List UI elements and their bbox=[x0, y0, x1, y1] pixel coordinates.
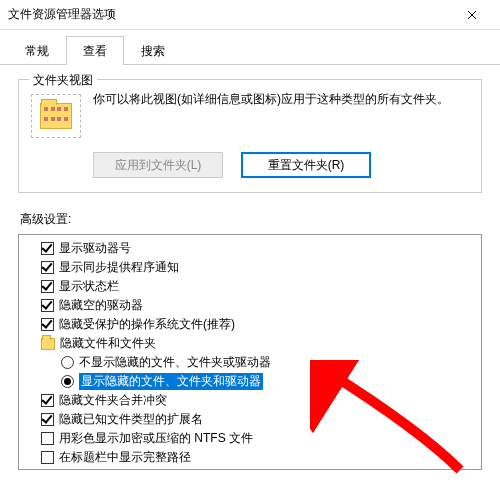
tree-item-label: 隐藏文件夹合并冲突 bbox=[59, 392, 167, 409]
tree-item[interactable]: 不显示隐藏的文件、文件夹或驱动器 bbox=[55, 353, 479, 372]
advanced-settings-tree[interactable]: 显示驱动器号显示同步提供程序通知显示状态栏隐藏空的驱动器隐藏受保护的操作系统文件… bbox=[18, 234, 482, 470]
apply-to-folders-button[interactable]: 应用到文件夹(L) bbox=[93, 152, 223, 178]
titlebar: 文件资源管理器选项 bbox=[0, 0, 500, 30]
tree-item-label: 不显示隐藏的文件、文件夹或驱动器 bbox=[79, 354, 271, 371]
tree-item-label: 隐藏文件和文件夹 bbox=[60, 335, 156, 352]
tree-item-label: 显示状态栏 bbox=[59, 278, 119, 295]
tree-item-label: 用彩色显示加密或压缩的 NTFS 文件 bbox=[59, 430, 253, 447]
tree-item[interactable]: 隐藏空的驱动器 bbox=[35, 296, 479, 315]
checkbox[interactable] bbox=[41, 413, 54, 426]
tab-strip: 常规 查看 搜索 bbox=[0, 30, 500, 65]
tree-item[interactable]: 显示隐藏的文件、文件夹和驱动器 bbox=[55, 372, 479, 391]
checkbox[interactable] bbox=[41, 242, 54, 255]
tree-item[interactable]: 在单独的进程中打开文件夹窗口 bbox=[35, 467, 479, 470]
checkbox[interactable] bbox=[41, 280, 54, 293]
checkbox[interactable] bbox=[41, 261, 54, 274]
tab-general[interactable]: 常规 bbox=[8, 36, 66, 65]
checkbox[interactable] bbox=[41, 451, 54, 464]
checkbox[interactable] bbox=[41, 394, 54, 407]
tree-item[interactable]: 隐藏已知文件类型的扩展名 bbox=[35, 410, 479, 429]
tab-content: 文件夹视图 你可以将此视图(如详细信息或图标)应用于这种类型的所有文件夹。 应用… bbox=[0, 65, 500, 484]
radio[interactable] bbox=[61, 356, 74, 369]
close-icon bbox=[467, 10, 477, 20]
folder-views-group: 文件夹视图 你可以将此视图(如详细信息或图标)应用于这种类型的所有文件夹。 应用… bbox=[18, 79, 482, 193]
tree-item-label: 在标题栏中显示完整路径 bbox=[59, 449, 191, 466]
tree-item-label: 隐藏空的驱动器 bbox=[59, 297, 143, 314]
group-title: 文件夹视图 bbox=[29, 72, 97, 89]
folder-preview-icon bbox=[31, 94, 81, 138]
tree-item[interactable]: 隐藏受保护的操作系统文件(推荐) bbox=[35, 315, 479, 334]
tree-item-label: 显示驱动器号 bbox=[59, 240, 131, 257]
tree-item[interactable]: 显示状态栏 bbox=[35, 277, 479, 296]
advanced-settings-label: 高级设置: bbox=[20, 211, 482, 228]
tree-item-label: 显示隐藏的文件、文件夹和驱动器 bbox=[79, 373, 263, 390]
reset-folders-button[interactable]: 重置文件夹(R) bbox=[241, 152, 371, 178]
tab-view[interactable]: 查看 bbox=[66, 36, 124, 65]
close-button[interactable] bbox=[452, 1, 492, 29]
tree-item-label: 显示同步提供程序通知 bbox=[59, 259, 179, 276]
checkbox[interactable] bbox=[41, 318, 54, 331]
radio[interactable] bbox=[61, 375, 74, 388]
folder-icon bbox=[41, 338, 55, 350]
tab-search[interactable]: 搜索 bbox=[124, 36, 182, 65]
checkbox[interactable] bbox=[41, 299, 54, 312]
tree-item-label: 隐藏受保护的操作系统文件(推荐) bbox=[59, 316, 235, 333]
tree-item[interactable]: 隐藏文件和文件夹 bbox=[35, 334, 479, 353]
checkbox[interactable] bbox=[41, 432, 54, 445]
group-description: 你可以将此视图(如详细信息或图标)应用于这种类型的所有文件夹。 bbox=[93, 90, 469, 108]
tree-item-label: 在单独的进程中打开文件夹窗口 bbox=[59, 468, 227, 470]
tree-item[interactable]: 用彩色显示加密或压缩的 NTFS 文件 bbox=[35, 429, 479, 448]
tree-item[interactable]: 显示驱动器号 bbox=[35, 239, 479, 258]
tree-item[interactable]: 显示同步提供程序通知 bbox=[35, 258, 479, 277]
tree-item[interactable]: 在标题栏中显示完整路径 bbox=[35, 448, 479, 467]
tree-item[interactable]: 隐藏文件夹合并冲突 bbox=[35, 391, 479, 410]
window-title: 文件资源管理器选项 bbox=[8, 6, 452, 23]
tree-item-label: 隐藏已知文件类型的扩展名 bbox=[59, 411, 203, 428]
